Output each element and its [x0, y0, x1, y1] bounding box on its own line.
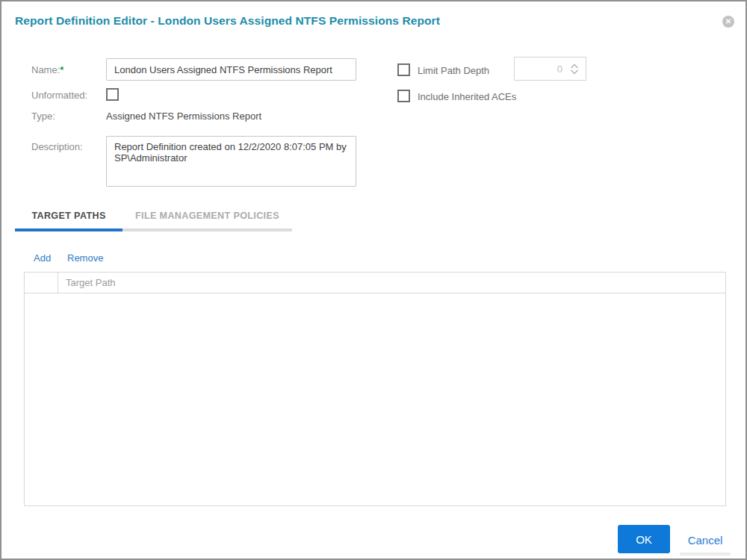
- type-value: Assigned NTFS Permissions Report: [106, 111, 261, 122]
- target-paths-table: Target Path: [24, 272, 726, 506]
- tab-bar: TARGET PATHS FILE MANAGEMENT POLICIES: [15, 208, 292, 231]
- unformatted-checkbox[interactable]: [106, 88, 119, 101]
- tab-target-paths-label: TARGET PATHS: [15, 208, 123, 228]
- tab-file-management-policies-label: FILE MANAGEMENT POLICIES: [123, 208, 292, 228]
- include-inherited-aces-label: Include Inherited ACEs: [418, 91, 516, 102]
- description-textarea[interactable]: Report Definition created on 12/2/2020 8…: [106, 136, 356, 187]
- type-label: Type:: [31, 111, 55, 122]
- report-definition-editor-dialog: Report Definition Editor - London Users …: [0, 0, 747, 560]
- table-header-row: Target Path: [25, 273, 725, 293]
- limit-path-depth-label: Limit Path Depth: [418, 65, 489, 76]
- cancel-button[interactable]: Cancel: [680, 527, 731, 556]
- required-asterisk: *: [60, 64, 63, 75]
- tab-target-paths[interactable]: TARGET PATHS: [15, 208, 123, 231]
- spinner-updown-icon[interactable]: [570, 63, 579, 75]
- ok-button[interactable]: OK: [618, 525, 670, 553]
- table-header-selector-column: [25, 273, 58, 293]
- name-label: Name:*: [31, 64, 63, 75]
- path-depth-spinner[interactable]: 0: [514, 57, 586, 81]
- path-depth-value: 0: [557, 63, 562, 75]
- unformatted-label: Unformatted:: [31, 90, 87, 101]
- description-label: Description:: [31, 141, 83, 152]
- limit-path-depth-checkbox[interactable]: [397, 63, 410, 76]
- add-link[interactable]: Add: [34, 252, 51, 264]
- tab-file-management-policies[interactable]: FILE MANAGEMENT POLICIES: [123, 208, 292, 231]
- remove-link[interactable]: Remove: [67, 252, 103, 264]
- table-body-empty[interactable]: [25, 293, 725, 505]
- close-icon[interactable]: ✕: [722, 16, 734, 28]
- name-input[interactable]: [106, 58, 356, 81]
- include-inherited-aces-checkbox[interactable]: [397, 90, 410, 102]
- table-header-target-path[interactable]: Target Path: [58, 273, 725, 293]
- dialog-title: Report Definition Editor - London Users …: [15, 14, 440, 28]
